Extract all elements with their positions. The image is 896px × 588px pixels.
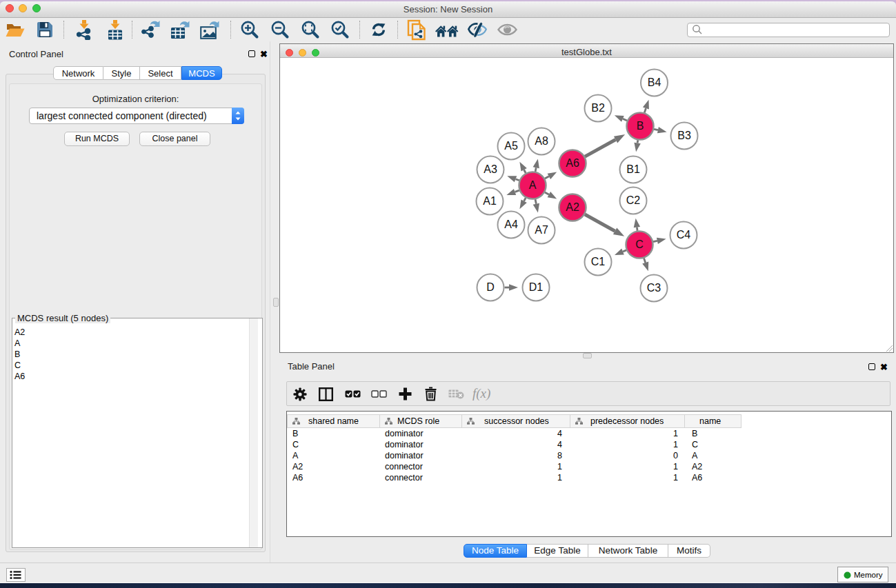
- svg-text:D: D: [486, 281, 495, 293]
- svg-text:A3: A3: [484, 163, 497, 175]
- svg-text:C: C: [635, 239, 644, 250]
- svg-text:A8: A8: [535, 135, 548, 147]
- svg-text:A2: A2: [566, 201, 579, 213]
- svg-text:C1: C1: [591, 256, 606, 267]
- svg-text:D1: D1: [529, 281, 544, 293]
- svg-text:B1: B1: [626, 163, 640, 175]
- svg-text:C4: C4: [677, 229, 691, 241]
- svg-text:C2: C2: [626, 194, 641, 206]
- svg-text:C3: C3: [647, 282, 661, 294]
- svg-text:A4: A4: [504, 219, 518, 230]
- svg-text:B: B: [637, 120, 644, 132]
- svg-text:A6: A6: [566, 157, 579, 169]
- svg-text:B2: B2: [591, 102, 605, 114]
- svg-text:B4: B4: [648, 77, 661, 88]
- svg-text:A5: A5: [504, 140, 518, 152]
- svg-text:A1: A1: [483, 195, 497, 207]
- svg-text:A: A: [529, 179, 537, 191]
- svg-text:B3: B3: [677, 130, 691, 141]
- svg-text:A7: A7: [535, 224, 548, 236]
